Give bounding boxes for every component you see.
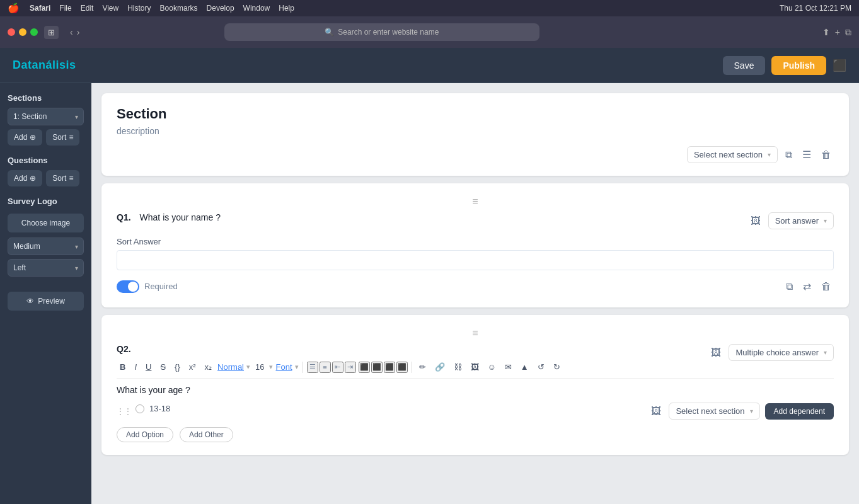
- sort-question-button[interactable]: Sort ≡: [46, 170, 79, 186]
- menu-bookmarks[interactable]: Bookmarks: [160, 4, 198, 13]
- add-option-button[interactable]: Add Option: [117, 427, 173, 442]
- preview-button[interactable]: 👁 Preview: [8, 292, 84, 311]
- delete-section-button[interactable]: 🗑: [819, 147, 834, 163]
- question-btn-row: Add ⊕ Sort ≡: [8, 170, 84, 186]
- delete-q1-button[interactable]: 🗑: [819, 278, 834, 295]
- subscript-btn[interactable]: x₂: [202, 361, 216, 373]
- answer-option: 13-18: [135, 404, 170, 413]
- italic-btn[interactable]: I: [131, 361, 140, 373]
- answer-image-btn[interactable]: 🖼: [649, 403, 664, 420]
- menu-items: Safari File Edit View History Bookmarks …: [30, 4, 294, 13]
- ul-btn[interactable]: ☰: [307, 362, 318, 373]
- sort-icon-q: ≡: [69, 174, 73, 183]
- emoji-btn[interactable]: ☺: [485, 361, 499, 373]
- address-bar[interactable]: 🔍 Search or enter website name: [224, 23, 539, 41]
- align-dropdown[interactable]: Left ▾: [8, 259, 84, 277]
- q2-image-btn[interactable]: 🖼: [708, 345, 724, 361]
- content-area: Section description Select next section …: [91, 83, 859, 504]
- chevron-down-icon-anstype: ▾: [824, 349, 827, 356]
- align-left-btn[interactable]: ⬛: [359, 362, 370, 373]
- indent-right-btn[interactable]: ⇥: [345, 362, 356, 373]
- share-btn[interactable]: ⬆: [822, 27, 830, 38]
- q1-image-btn[interactable]: 🖼: [748, 213, 763, 229]
- strikethrough-btn[interactable]: S: [157, 361, 169, 373]
- choose-image-button[interactable]: Choose image: [8, 214, 84, 232]
- add-question-button[interactable]: Add ⊕: [8, 170, 42, 186]
- menu-history[interactable]: History: [127, 4, 151, 13]
- menu-view[interactable]: View: [102, 4, 118, 13]
- q2-card: ≡ Q2. 🖼 Multiple choice answer ▾: [101, 315, 849, 455]
- select-next-section-q2-button[interactable]: Select next section ▾: [669, 403, 759, 420]
- align-value: Left: [13, 263, 26, 272]
- answer-drag-handle[interactable]: ⋮⋮: [117, 407, 132, 416]
- underline-btn[interactable]: U: [142, 361, 154, 373]
- new-tab-btn[interactable]: +: [835, 27, 840, 38]
- back-btn[interactable]: ‹: [70, 27, 73, 37]
- pen-btn[interactable]: ✏: [416, 361, 429, 373]
- sidebar-logo: Survey Logo Choose image Medium ▾ Left ▾: [8, 197, 84, 277]
- chevron-normal-icon: ▾: [246, 363, 250, 371]
- app-logo: Datanálisis: [13, 59, 76, 72]
- copy-q1-button[interactable]: ⧉: [783, 278, 795, 295]
- bold-btn[interactable]: B: [117, 361, 129, 373]
- unlink-btn[interactable]: ⛓: [451, 361, 465, 373]
- sort-answer-dropdown[interactable]: Sort answer ▾: [768, 212, 834, 229]
- menu-bar: 🍎 Safari File Edit View History Bookmark…: [0, 0, 859, 16]
- list-section-button[interactable]: ☰: [800, 146, 814, 163]
- q2-header-row: Q2. 🖼 Multiple choice answer ▾: [117, 344, 834, 361]
- add-other-button[interactable]: Add Other: [180, 427, 233, 442]
- q1-card: ≡ Q1. What is your name ? 🖼 Sort answer …: [101, 183, 849, 307]
- required-toggle-switch[interactable]: [117, 280, 139, 293]
- maximize-window-btn[interactable]: [30, 28, 38, 36]
- menu-safari[interactable]: Safari: [30, 4, 50, 13]
- section-dropdown[interactable]: 1: Section ▾: [8, 108, 84, 125]
- shuffle-q1-button[interactable]: ⇄: [800, 278, 814, 295]
- code-btn[interactable]: {}: [171, 361, 183, 373]
- answer-type-dropdown[interactable]: Multiple choice answer ▾: [729, 344, 834, 361]
- font-normal[interactable]: Normal: [217, 362, 244, 372]
- menu-develop[interactable]: Develop: [207, 4, 234, 13]
- menu-right: Thu 21 Oct 12:21 PM: [780, 4, 851, 13]
- apple-menu[interactable]: 🍎: [8, 3, 20, 14]
- ol-btn[interactable]: ≡: [320, 362, 331, 373]
- undo-btn[interactable]: ↺: [534, 361, 548, 373]
- minimize-window-btn[interactable]: [19, 28, 26, 36]
- add-section-button[interactable]: Add ⊕: [8, 129, 42, 146]
- menu-edit[interactable]: Edit: [81, 4, 94, 13]
- forward-btn[interactable]: ›: [77, 27, 80, 37]
- font-name[interactable]: Font: [275, 362, 292, 372]
- align-justify-btn[interactable]: ⬛: [396, 362, 408, 373]
- sort-section-button[interactable]: Sort ≡: [46, 129, 79, 146]
- redo-btn[interactable]: ↻: [550, 361, 563, 373]
- save-button[interactable]: Save: [723, 56, 766, 75]
- close-window-btn[interactable]: [8, 28, 15, 36]
- publish-button[interactable]: Publish: [771, 56, 826, 75]
- q2-drag-handle[interactable]: ≡: [117, 328, 834, 339]
- link-btn[interactable]: 🔗: [432, 361, 448, 373]
- superscript-btn[interactable]: x²: [186, 361, 199, 373]
- sidebar-toggle-btn[interactable]: ⊞: [44, 26, 59, 39]
- size-dropdown[interactable]: Medium ▾: [8, 238, 84, 255]
- sort-icon: ≡: [69, 133, 73, 142]
- align-right-btn[interactable]: ⬛: [384, 362, 395, 373]
- header-actions: Save Publish ⬛: [723, 56, 846, 75]
- menu-file[interactable]: File: [59, 4, 71, 13]
- menu-help[interactable]: Help: [279, 4, 294, 13]
- indent-left-btn[interactable]: ⇤: [332, 362, 343, 373]
- copy-section-button[interactable]: ⧉: [783, 147, 795, 163]
- q2-type-row: 🖼 Multiple choice answer ▾: [708, 344, 834, 361]
- q1-drag-handle[interactable]: ≡: [117, 196, 834, 207]
- highlight-btn[interactable]: ▲: [517, 361, 532, 373]
- image-toolbar-btn[interactable]: 🖼: [468, 361, 482, 373]
- tabs-btn[interactable]: ⧉: [845, 27, 851, 38]
- sort-answer-input[interactable]: [117, 250, 834, 270]
- align-center-btn[interactable]: ⬛: [371, 362, 383, 373]
- radio-button[interactable]: [135, 404, 144, 413]
- logout-button[interactable]: ⬛: [833, 59, 846, 72]
- answer-text: 13-18: [149, 404, 170, 413]
- q1-text: What is your name ?: [140, 212, 221, 222]
- email-btn[interactable]: ✉: [502, 361, 515, 373]
- add-dependent-button[interactable]: Add dependent: [765, 403, 834, 420]
- select-next-section-button[interactable]: Select next section ▾: [687, 146, 778, 163]
- menu-window[interactable]: Window: [243, 4, 270, 13]
